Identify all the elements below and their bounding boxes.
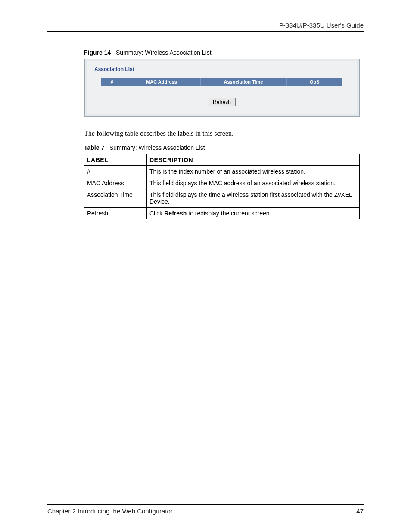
row-desc: This is the index number of an associate… xyxy=(147,166,360,177)
figure-title: Summary: Wireless Association List xyxy=(116,49,212,56)
row-label: Refresh xyxy=(84,208,147,219)
table-row: Association Time This field displays the… xyxy=(84,189,360,208)
row-label: Association Time xyxy=(84,189,147,208)
row-desc: This field displays the time a wireless … xyxy=(147,189,360,208)
table-row: MAC Address This field displays the MAC … xyxy=(84,177,360,189)
table-row: Refresh Click Refresh to redisplay the c… xyxy=(84,208,360,219)
footer-rule xyxy=(47,504,364,505)
figure-caption: Figure 14 Summary: Wireless Association … xyxy=(84,49,364,56)
divider-dotted xyxy=(118,93,325,93)
col-header-qos: QoS xyxy=(286,78,342,86)
row-label: MAC Address xyxy=(84,177,147,189)
screenshot-inner: Association List # MAC Address Associati… xyxy=(87,61,357,114)
figure-label: Figure 14 xyxy=(84,49,111,56)
footer-chapter: Chapter 2 Introducing the Web Configurat… xyxy=(47,507,173,515)
row-label: # xyxy=(84,166,147,177)
col-header-index: # xyxy=(101,78,123,86)
table-label: Table 7 xyxy=(84,144,104,151)
association-list-table: # MAC Address Association Time QoS xyxy=(101,78,342,86)
page-footer: Chapter 2 Introducing the Web Configurat… xyxy=(47,504,364,515)
table-title: Summary: Wireless Association List xyxy=(109,144,205,151)
footer-page-number: 47 xyxy=(356,507,364,515)
row-desc: This field displays the MAC address of a… xyxy=(147,177,360,189)
screenshot-panel: Association List # MAC Address Associati… xyxy=(84,59,360,117)
header-rule xyxy=(47,31,364,32)
refresh-button[interactable]: Refresh xyxy=(208,98,236,106)
description-table: LABEL DESCRIPTION # This is the index nu… xyxy=(84,154,360,219)
table-header-label: LABEL xyxy=(84,154,147,166)
association-list-title: Association List xyxy=(94,66,349,72)
table-header-row: LABEL DESCRIPTION xyxy=(84,154,360,166)
header-guide-title: P-334U/P-335U User's Guide xyxy=(47,22,364,31)
row-desc: Click Refresh to redisplay the current s… xyxy=(147,208,360,219)
intro-paragraph: The following table describes the labels… xyxy=(84,130,364,137)
col-header-association-time: Association Time xyxy=(200,78,286,86)
col-header-mac-address: MAC Address xyxy=(123,78,200,86)
table-header-description: DESCRIPTION xyxy=(147,154,360,166)
table-caption: Table 7 Summary: Wireless Association Li… xyxy=(84,144,364,151)
table-row: # This is the index number of an associa… xyxy=(84,166,360,177)
